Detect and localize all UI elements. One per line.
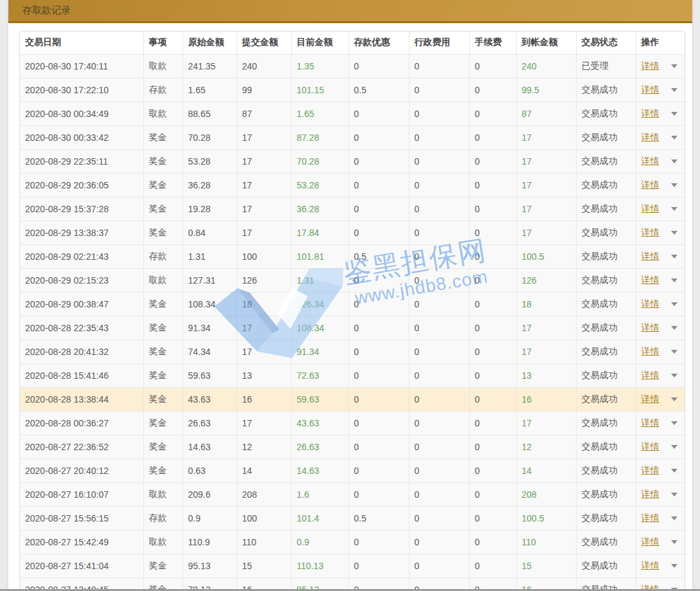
cell-bonus: 0 [348, 411, 409, 435]
cell-date: 2020-08-28 22:35:43 [20, 316, 143, 340]
detail-link[interactable]: 详情 [642, 251, 660, 261]
cell-fee: 0 [469, 459, 516, 482]
detail-link[interactable]: 详情 [642, 346, 660, 356]
cell-bonus: 0.5 [348, 78, 409, 102]
cell-current: 1.31 [291, 268, 348, 292]
chevron-down-icon[interactable] [671, 302, 678, 306]
cell-admin_fee: 0 [409, 268, 469, 292]
chevron-down-icon[interactable] [671, 516, 678, 520]
cell-admin_fee: 0 [409, 387, 469, 411]
cell-date: 2020-08-28 15:41:46 [20, 363, 143, 387]
chevron-down-icon[interactable] [671, 326, 678, 330]
chevron-down-icon[interactable] [671, 397, 678, 401]
detail-link[interactable]: 详情 [642, 370, 660, 380]
chevron-down-icon[interactable] [671, 88, 678, 92]
cell-admin_fee: 0 [409, 530, 469, 554]
cell-submitted: 17 [237, 173, 291, 197]
detail-link[interactable]: 详情 [642, 560, 660, 570]
cell-admin_fee: 0 [409, 78, 469, 102]
chevron-down-icon[interactable] [671, 540, 678, 544]
records-table: 交易日期事项原始金额提交金额目前金额存款优惠行政费用手续费到帐金额交易状态操作 … [19, 31, 685, 591]
chevron-down-icon[interactable] [671, 207, 678, 211]
detail-link[interactable]: 详情 [642, 84, 660, 95]
cell-action: 详情 [636, 459, 685, 482]
table-row: 2020-08-27 20:40:12奖金0.631414.6300014交易成… [20, 459, 685, 482]
cell-submitted: 17 [237, 340, 291, 363]
cell-original: 0.63 [183, 459, 237, 482]
chevron-down-icon[interactable] [671, 278, 678, 282]
cell-bonus: 0 [348, 54, 409, 78]
cell-original: 70.28 [183, 125, 237, 149]
detail-link[interactable]: 详情 [642, 156, 660, 166]
chevron-down-icon[interactable] [671, 445, 678, 449]
cell-status: 交易成功 [576, 102, 636, 125]
cell-submitted: 17 [237, 411, 291, 435]
cell-bonus: 0 [348, 221, 409, 244]
cell-action: 详情 [636, 221, 685, 244]
detail-link[interactable]: 详情 [642, 394, 660, 404]
cell-status: 交易成功 [576, 244, 636, 268]
cell-received: 17 [516, 173, 576, 197]
detail-link[interactable]: 详情 [642, 417, 660, 428]
cell-action: 详情 [636, 316, 685, 340]
detail-link[interactable]: 详情 [642, 179, 660, 190]
detail-link[interactable]: 详情 [642, 132, 660, 142]
cell-status: 交易成功 [576, 387, 636, 411]
detail-link[interactable]: 详情 [642, 489, 660, 499]
detail-link[interactable]: 详情 [642, 108, 660, 118]
cell-submitted: 16 [237, 387, 291, 411]
cell-received: 87 [516, 102, 576, 125]
detail-link[interactable]: 详情 [642, 298, 660, 309]
detail-link[interactable]: 详情 [642, 322, 660, 332]
detail-link[interactable]: 详情 [642, 60, 660, 71]
cell-submitted: 100 [237, 244, 291, 268]
cell-status: 交易成功 [576, 268, 636, 292]
cell-action: 详情 [636, 506, 685, 530]
chevron-down-icon[interactable] [671, 493, 678, 496]
chevron-down-icon[interactable] [671, 112, 678, 116]
cell-current: 110.13 [291, 554, 348, 577]
cell-admin_fee: 0 [409, 149, 469, 173]
cell-action: 详情 [636, 387, 685, 411]
cell-admin_fee: 0 [409, 340, 469, 363]
cell-current: 26.63 [291, 435, 348, 459]
chevron-down-icon[interactable] [671, 469, 678, 473]
chevron-down-icon[interactable] [671, 136, 678, 140]
detail-link[interactable]: 详情 [642, 536, 660, 547]
detail-link[interactable]: 详情 [642, 513, 660, 523]
chevron-down-icon[interactable] [671, 159, 678, 163]
chevron-down-icon[interactable] [671, 255, 678, 259]
chevron-down-icon[interactable] [671, 421, 678, 425]
detail-link[interactable]: 详情 [642, 465, 660, 475]
cell-current: 87.28 [291, 125, 348, 149]
cell-item: 奖金 [143, 459, 183, 482]
cell-original: 0.84 [183, 221, 237, 244]
cell-original: 209.6 [183, 482, 237, 506]
cell-date: 2020-08-29 20:36:05 [20, 173, 143, 197]
chevron-down-icon[interactable] [671, 350, 678, 354]
records-panel: 存取款记录 交易日期事项原始金额提交金额目前金额存款优惠行政费用手续费到帐金额交… [8, 0, 692, 591]
cell-bonus: 0 [348, 292, 409, 316]
column-header-submitted: 提交金额 [237, 32, 291, 54]
chevron-down-icon[interactable] [671, 183, 678, 187]
chevron-down-icon[interactable] [671, 231, 678, 235]
cell-bonus: 0 [348, 459, 409, 482]
table-row: 2020-08-27 16:10:07取款209.62081.6000208交易… [20, 482, 685, 506]
cell-action: 详情 [636, 482, 685, 506]
chevron-down-icon[interactable] [671, 374, 678, 377]
cell-item: 奖金 [143, 149, 183, 173]
detail-link[interactable]: 详情 [642, 275, 660, 285]
cell-action: 详情 [636, 530, 685, 554]
chevron-down-icon[interactable] [671, 64, 678, 68]
cell-status: 交易成功 [576, 340, 636, 363]
table-row: 2020-08-30 00:34:49取款88.65871.6500087交易成… [20, 102, 685, 125]
chevron-down-icon[interactable] [671, 564, 678, 568]
cell-received: 240 [516, 54, 576, 78]
cell-item: 奖金 [143, 435, 183, 459]
detail-link[interactable]: 详情 [642, 441, 660, 451]
detail-link[interactable]: 详情 [642, 227, 660, 237]
cell-original: 1.31 [183, 244, 237, 268]
cell-bonus: 0 [348, 149, 409, 173]
cell-item: 奖金 [143, 221, 183, 244]
detail-link[interactable]: 详情 [642, 203, 660, 214]
